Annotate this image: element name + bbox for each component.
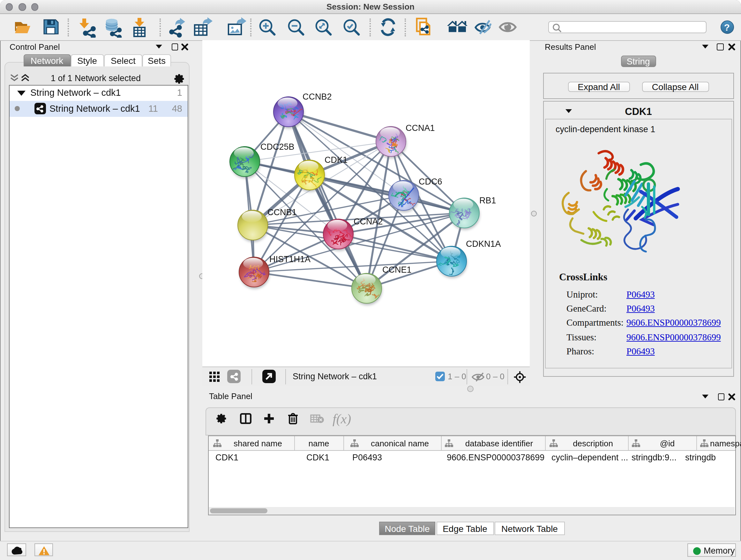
svg-text:CDC6: CDC6 <box>418 177 442 186</box>
svg-text:CCNB1: CCNB1 <box>267 207 296 217</box>
svg-text:RB1: RB1 <box>479 196 496 205</box>
svg-text:CCNA2: CCNA2 <box>353 217 383 226</box>
svg-text:CDKN1A: CDKN1A <box>466 239 501 249</box>
svg-text:CDC25B: CDC25B <box>260 142 294 152</box>
svg-text:CCNB2: CCNB2 <box>302 92 332 102</box>
svg-text:CCNE1: CCNE1 <box>382 265 411 274</box>
svg-text:CCNA1: CCNA1 <box>405 123 434 133</box>
svg-text:HIST1H1A: HIST1H1A <box>269 254 310 264</box>
svg-text:CDK1: CDK1 <box>324 155 347 165</box>
